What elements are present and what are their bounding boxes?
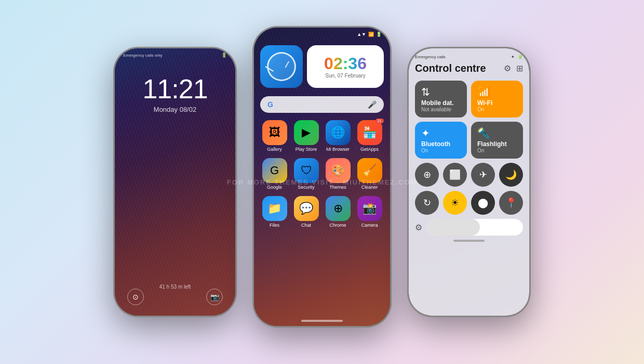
- bluetooth-status-icon: ✦: [511, 55, 515, 59]
- lock-date: Monday 08/02: [115, 106, 235, 113]
- wifi-label: Wi-Fi: [477, 99, 517, 107]
- flashlight-sub: On: [477, 148, 517, 153]
- lock-camera-icon[interactable]: 📷: [206, 289, 223, 305]
- phone-homescreen: ▲▼ 📶 🔋 02:36 Sun, 07 February G 🎤 🖼: [252, 26, 392, 328]
- app-chat[interactable]: 💬 Chat: [292, 196, 320, 228]
- do-not-disturb-btn[interactable]: 🌙: [499, 163, 523, 187]
- control-status-icons: ✦ 🔋: [511, 55, 523, 59]
- lock-left-icon[interactable]: ⊙: [127, 289, 144, 305]
- themes-icon: 🎨: [326, 158, 351, 183]
- security-label: Security: [298, 185, 315, 190]
- google-icon: G: [262, 158, 287, 183]
- bluetooth-sub: On: [421, 148, 461, 153]
- app-camera[interactable]: 📸 Camera: [355, 196, 384, 228]
- chrome-icon: ⊕: [326, 196, 351, 221]
- edit-icon[interactable]: ⊞: [516, 63, 523, 73]
- control-panel: Emergency calls ✦ 🔋 Control centre ⚙ ⊞ ⇅…: [409, 48, 529, 316]
- brightness-icon: ⚙: [415, 223, 422, 232]
- security-icon: 🛡: [294, 158, 319, 183]
- browser-label: Mi Browser: [326, 147, 350, 152]
- dark-circle-btn[interactable]: ⬤: [471, 191, 495, 215]
- app-grid-row2: G Google 🛡 Security 🎨 Themes 🧹 Cleaner: [254, 155, 390, 193]
- chat-icon: 💬: [294, 196, 319, 221]
- small-icons-row2: ↻ ☀ ⬤ 📍: [415, 191, 523, 215]
- status-bar-2: ▲▼ 📶 🔋: [254, 28, 390, 39]
- app-getapps[interactable]: 🏪 21 GetApps: [355, 120, 384, 152]
- phone-control-centre: Emergency calls ✦ 🔋 Control centre ⚙ ⊞ ⇅…: [407, 47, 531, 317]
- brightness-fill: [427, 219, 480, 236]
- app-security[interactable]: 🛡 Security: [292, 158, 320, 190]
- gallery-icon: 🖼: [262, 120, 287, 145]
- chrome-label: Chrome: [329, 223, 346, 228]
- brightness-slider[interactable]: [427, 219, 523, 236]
- widget-analog-clock[interactable]: [260, 45, 303, 88]
- lock-time: 11:21: [115, 75, 235, 102]
- app-playstore[interactable]: ▶ Play Store: [292, 120, 320, 152]
- phone-lockscreen: Emergency calls only 🔋 11:21 Monday 08/0…: [113, 47, 237, 317]
- getapps-badge: 21: [375, 119, 384, 123]
- widget-digital-clock[interactable]: 02:36 Sun, 07 February: [307, 45, 384, 88]
- brightness-btn[interactable]: ☀: [443, 191, 467, 215]
- google-label: Google: [267, 185, 282, 190]
- toggle-flashlight[interactable]: 🔦 Flashlight On: [471, 122, 523, 159]
- mic-icon[interactable]: 🎤: [368, 100, 377, 109]
- lock-bottom-bar: ⊙ 📷: [115, 289, 235, 305]
- app-files[interactable]: 📁 Files: [260, 196, 289, 228]
- app-themes[interactable]: 🎨 Themes: [324, 158, 352, 190]
- app-grid-row1: 🖼 Gallery ▶ Play Store 🌐 Mi Browser 🏪 21…: [254, 117, 390, 155]
- chat-label: Chat: [301, 223, 311, 228]
- browser-icon: 🌐: [326, 120, 351, 145]
- app-gallery[interactable]: 🖼 Gallery: [260, 120, 289, 152]
- toggle-mobile-data[interactable]: ⇅ Mobile dat. Not available: [415, 81, 467, 118]
- files-icon: 📁: [262, 196, 287, 221]
- app-google[interactable]: G Google: [260, 158, 289, 190]
- playstore-icon: ▶: [294, 120, 319, 145]
- control-header: Control centre ⚙ ⊞: [415, 62, 523, 74]
- search-bar[interactable]: G 🎤: [260, 96, 384, 113]
- toggle-wifi[interactable]: 📶 Wi-Fi On: [471, 81, 523, 118]
- files-label: Files: [270, 223, 279, 228]
- lock-time-display: 11:21 Monday 08/02: [115, 75, 235, 113]
- app-browser[interactable]: 🌐 Mi Browser: [324, 120, 352, 152]
- battery-icon-1: 🔋: [221, 53, 227, 58]
- mobile-data-label: Mobile dat.: [421, 99, 461, 107]
- camera-icon: 📸: [357, 196, 382, 221]
- mobile-data-sub: Not available: [421, 107, 461, 112]
- brightness-row: ⚙: [415, 219, 523, 236]
- cleaner-label: Cleaner: [361, 185, 378, 190]
- location-btn[interactable]: 📍: [499, 191, 523, 215]
- themes-label: Themes: [329, 185, 346, 190]
- control-title: Control centre: [415, 62, 486, 74]
- flashlight-label: Flashlight: [477, 140, 517, 148]
- playstore-label: Play Store: [296, 147, 317, 152]
- clock-face: [267, 52, 296, 81]
- control-status-left: Emergency calls: [415, 55, 446, 59]
- toggle-bluetooth[interactable]: ✦ Bluetooth On: [415, 122, 467, 159]
- digital-time: 02:36: [324, 55, 367, 72]
- control-home-indicator: [453, 240, 485, 242]
- bluetooth-icon: ✦: [421, 127, 461, 139]
- getapps-icon: 🏪 21: [357, 120, 382, 145]
- gallery-label: Gallery: [267, 147, 282, 152]
- battery-status-icon: 🔋: [518, 55, 523, 59]
- cleaner-icon: 🧹: [357, 158, 382, 183]
- app-chrome[interactable]: ⊕ Chrome: [324, 196, 352, 228]
- camera-label: Camera: [361, 223, 378, 228]
- refresh-btn[interactable]: ↻: [415, 191, 439, 215]
- hotspot-btn[interactable]: ⊕: [415, 163, 439, 187]
- getapps-label: GetApps: [360, 147, 379, 152]
- screen-record-btn[interactable]: ⬜: [443, 163, 467, 187]
- control-header-icons: ⚙ ⊞: [504, 63, 523, 73]
- app-cleaner[interactable]: 🧹 Cleaner: [355, 158, 384, 190]
- digital-date: Sun, 07 February: [325, 73, 365, 79]
- widgets-row: 02:36 Sun, 07 February: [254, 41, 390, 92]
- mobile-data-icon: ⇅: [421, 86, 461, 98]
- google-logo: G: [267, 100, 276, 109]
- home-indicator: [301, 320, 343, 322]
- small-icons-row1: ⊕ ⬜ ✈ 🌙: [415, 163, 523, 187]
- settings-icon[interactable]: ⚙: [504, 63, 511, 73]
- status-icons-2: ▲▼ 📶 🔋: [357, 32, 382, 37]
- toggle-grid: ⇅ Mobile dat. Not available 📶 Wi-Fi On ✦…: [415, 81, 523, 159]
- status-left-1: Emergency calls only: [123, 53, 163, 58]
- airplane-btn[interactable]: ✈: [471, 163, 495, 187]
